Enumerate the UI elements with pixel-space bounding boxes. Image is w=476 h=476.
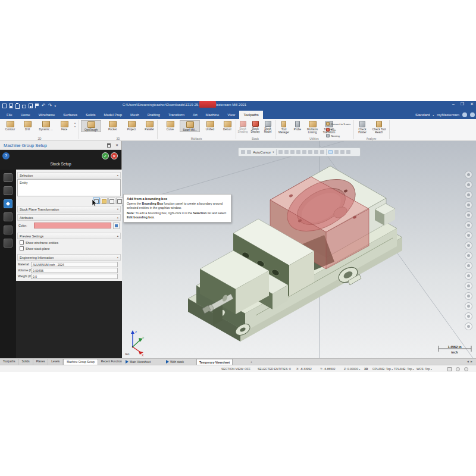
checkbox-icon[interactable] — [20, 240, 24, 245]
tab-planes-manager[interactable]: Planes — [33, 359, 49, 365]
remove-selection-button[interactable] — [116, 198, 123, 204]
contour-button[interactable]: Contour — [1, 120, 19, 131]
tab-machine-group-setup[interactable]: Machine Group Setup — [63, 359, 98, 365]
preview-settings-section-header[interactable]: Preview Settings▴ — [17, 233, 121, 239]
wcs-selector[interactable]: WCS: Top ▾ — [416, 367, 432, 371]
files-page-icon[interactable] — [4, 173, 12, 182]
snap-center-icon[interactable] — [296, 150, 300, 154]
status-units-icon[interactable] — [456, 367, 460, 371]
select-all-icon[interactable] — [334, 150, 339, 154]
unified-button[interactable]: Unified — [201, 120, 219, 131]
selection-section-header[interactable]: Selection▴ — [17, 172, 121, 178]
fit-view-button[interactable] — [465, 231, 472, 239]
minimize-button[interactable]: – — [452, 102, 455, 107]
tool-settings-page-icon[interactable] — [4, 186, 12, 195]
material-value[interactable]: ALUMINUM inch - 2024 — [31, 262, 118, 267]
tab-solids[interactable]: Solids — [82, 111, 99, 119]
dimension-mode[interactable]: 3D — [364, 367, 368, 371]
collapse-icon[interactable]: ▴ — [117, 233, 118, 239]
selection-list-item[interactable]: Entity — [20, 181, 27, 184]
add-viewsheet-button[interactable]: + — [248, 359, 255, 365]
chat-icon[interactable] — [462, 112, 467, 117]
convert-to-5axis-button[interactable]: Convert to 5-axis — [326, 121, 355, 127]
section-view-status[interactable]: SECTION VIEW: OFF — [221, 367, 250, 371]
tab-model-prep[interactable]: Model Prep — [99, 111, 126, 119]
iso-view-button[interactable] — [465, 242, 472, 249]
zoom-window-button[interactable] — [465, 181, 472, 189]
autocursor-caret-icon[interactable]: ▾ — [273, 151, 274, 154]
status-grid-icon[interactable] — [447, 367, 452, 371]
cplane-page-icon[interactable] — [4, 212, 12, 221]
selection-listbox[interactable]: Entity — [17, 179, 121, 196]
zoom-target-button[interactable] — [465, 191, 472, 199]
tab-wireframe[interactable]: Wireframe — [35, 111, 60, 119]
attributes-section-header[interactable]: Attributes▴ — [17, 214, 121, 221]
color-picker-button[interactable] — [113, 223, 120, 229]
gview-icon[interactable] — [241, 150, 245, 154]
multiaxis-linking-button[interactable]: Multiaxis Linking — [305, 120, 320, 134]
tplane-selector[interactable]: TPLANE: Top ▾ — [394, 367, 414, 371]
pan-button[interactable] — [465, 221, 472, 229]
tab-surfaces[interactable]: Surfaces — [59, 111, 82, 119]
zoom-in-button[interactable] — [465, 171, 472, 178]
stock-display-button[interactable]: Stock Display — [249, 120, 261, 133]
snap-intersection-icon[interactable] — [302, 150, 306, 154]
autocursor-mode-icon[interactable] — [247, 150, 251, 154]
display-options-button[interactable] — [465, 322, 472, 330]
cancel-button[interactable]: ✕ — [111, 152, 118, 159]
dynamic-mill-button[interactable]: Dynamic ... — [36, 120, 56, 131]
ok-button[interactable]: ✓ — [102, 152, 109, 159]
translucent-display-button[interactable] — [465, 312, 472, 320]
cursor-z-coordinate[interactable]: Z: 0.00000 ▾ — [344, 367, 360, 371]
viewsheet-with-stock[interactable]: With stock — [164, 359, 186, 365]
tab-art[interactable]: Art — [189, 111, 202, 119]
selection-mode-icon[interactable] — [328, 150, 333, 154]
shaded-display-button[interactable] — [465, 302, 472, 310]
unzoom-button[interactable] — [465, 201, 472, 209]
project-button[interactable]: Project — [123, 120, 140, 131]
style-caret-icon[interactable]: ▾ — [433, 114, 434, 117]
optirough-button[interactable]: OptiRough — [81, 120, 101, 132]
collapse-icon[interactable]: ▴ — [117, 215, 118, 221]
snap-endpoint-icon[interactable] — [284, 150, 289, 154]
swarf-mill-button[interactable]: Swarf Mill... — [180, 120, 200, 132]
panel-close-icon[interactable]: ✕ — [115, 143, 118, 147]
check-tool-reach-button[interactable]: Check Tool Reach — [371, 120, 387, 134]
tab-file[interactable]: File — [2, 111, 17, 119]
wireframe-display-button[interactable] — [465, 292, 472, 300]
check-holder-button[interactable]: Check Holder — [355, 120, 370, 134]
tab-toolpaths[interactable]: Toolpaths — [239, 111, 263, 119]
section-view-button[interactable] — [465, 282, 472, 290]
clear-selection-icon[interactable] — [346, 150, 350, 154]
status-globe-icon[interactable] — [464, 367, 468, 371]
tab-drafting[interactable]: Drafting — [143, 111, 164, 119]
restore-button[interactable]: ❐ — [461, 102, 464, 107]
parallel-button[interactable]: Parallel — [140, 120, 158, 131]
select-only-icon[interactable] — [340, 150, 345, 154]
front-view-button[interactable] — [465, 262, 472, 270]
add-from-file-button[interactable] — [101, 198, 108, 204]
group-scroll-buttons[interactable]: ▴▾ — [73, 121, 77, 129]
graphics-viewport[interactable]: Z Y X Iso 1.4562 in inch AutoCursor ▾ — [122, 141, 476, 358]
snap-nearest-icon[interactable] — [320, 150, 324, 154]
stock-color-swatch[interactable] — [34, 223, 111, 228]
safety-zone-page-icon[interactable] — [4, 239, 12, 248]
curve-button[interactable]: Curve — [162, 120, 178, 131]
snap-point-icon[interactable] — [278, 150, 283, 154]
tab-solids-manager[interactable]: Solids — [19, 359, 33, 365]
account-icon[interactable] — [470, 112, 475, 117]
trim-button[interactable]: Trim — [326, 127, 355, 133]
viewsheet-nav-arrows[interactable]: ◀▶ — [467, 360, 474, 363]
face-button[interactable]: Face — [56, 120, 73, 131]
show-wireframe-checkbox-row[interactable]: Show wireframe entities — [20, 240, 58, 245]
mymastercam-link[interactable]: myMastercam — [437, 113, 459, 117]
viewport-3d-scene[interactable]: Z Y X Iso 1.4562 in inch — [122, 141, 476, 358]
tab-machine[interactable]: Machine — [202, 111, 224, 119]
collapse-icon[interactable]: ▴ — [117, 255, 118, 261]
cplane-selector[interactable]: CPLANE: Top ▾ — [372, 367, 393, 371]
show-stock-plane-checkbox-row[interactable]: Show stock plane — [20, 246, 50, 250]
checkbox-icon[interactable] — [20, 246, 24, 250]
snap-midpoint-icon[interactable] — [290, 150, 295, 154]
expand-icon[interactable]: ▾ — [117, 206, 118, 212]
tab-toolpaths-manager[interactable]: Toolpaths — [0, 359, 19, 365]
